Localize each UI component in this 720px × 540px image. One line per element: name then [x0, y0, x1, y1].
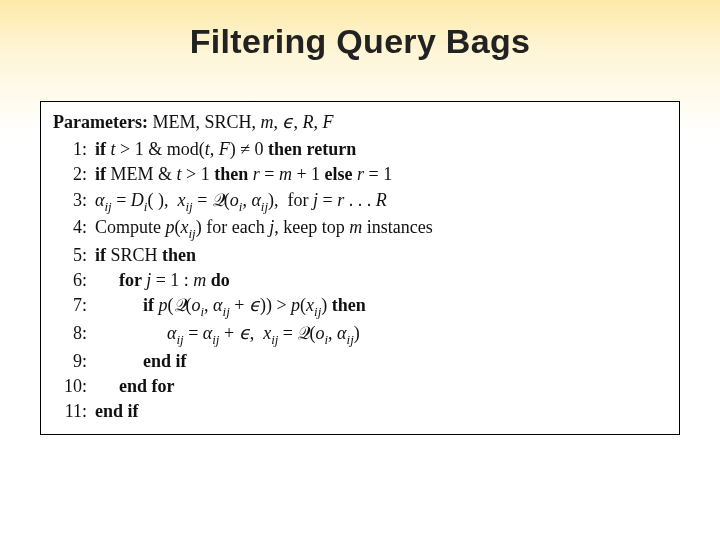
algo-line-8: 8: αij = αij + ϵ, xij = 𝒬(oi, αij) — [53, 321, 667, 349]
line-body: end if — [95, 349, 187, 374]
algo-line-11: 11: end if — [53, 399, 667, 424]
algo-line-7: 7: if p(𝒬(oi, αij + ϵ)) > p(xij) then — [53, 293, 667, 321]
line-body: Compute p(xij) for each j, keep top m in… — [95, 215, 433, 243]
algo-line-2: 2: if MEM & t > 1 then r = m + 1 else r … — [53, 162, 667, 187]
line-body: αij = Di( ), xij = 𝒬(oi, αij), for j = r… — [95, 188, 387, 216]
algo-line-9: 9: end if — [53, 349, 667, 374]
algo-line-1: 1: if t > 1 & mod(t, F) ≠ 0 then return — [53, 137, 667, 162]
line-number: 6: — [53, 268, 95, 293]
line-body: if t > 1 & mod(t, F) ≠ 0 then return — [95, 137, 356, 162]
algo-line-10: 10: end for — [53, 374, 667, 399]
parameters-label: Parameters: — [53, 112, 148, 132]
line-number: 7: — [53, 293, 95, 318]
line-body: if MEM & t > 1 then r = m + 1 else r = 1 — [95, 162, 392, 187]
line-number: 10: — [53, 374, 95, 399]
line-body: end for — [95, 374, 175, 399]
slide: Filtering Query Bags Parameters: MEM, SR… — [0, 0, 720, 540]
algo-line-4: 4: Compute p(xij) for each j, keep top m… — [53, 215, 667, 243]
line-number: 5: — [53, 243, 95, 268]
parameters-list: MEM, SRCH, m, ϵ, R, F — [152, 112, 333, 132]
line-number: 9: — [53, 349, 95, 374]
line-number: 11: — [53, 399, 95, 424]
line-body: for j = 1 : m do — [95, 268, 230, 293]
algorithm-box: Parameters: MEM, SRCH, m, ϵ, R, F 1: if … — [40, 101, 680, 435]
algo-line-3: 3: αij = Di( ), xij = 𝒬(oi, αij), for j … — [53, 188, 667, 216]
line-number: 1: — [53, 137, 95, 162]
parameters-line: Parameters: MEM, SRCH, m, ϵ, R, F — [53, 110, 667, 135]
line-number: 8: — [53, 321, 95, 346]
line-number: 4: — [53, 215, 95, 240]
algo-line-5: 5: if SRCH then — [53, 243, 667, 268]
line-number: 2: — [53, 162, 95, 187]
algo-line-6: 6: for j = 1 : m do — [53, 268, 667, 293]
line-body: end if — [95, 399, 139, 424]
line-number: 3: — [53, 188, 95, 213]
line-body: if SRCH then — [95, 243, 196, 268]
page-title: Filtering Query Bags — [0, 0, 720, 71]
line-body: αij = αij + ϵ, xij = 𝒬(oi, αij) — [95, 321, 360, 349]
line-body: if p(𝒬(oi, αij + ϵ)) > p(xij) then — [95, 293, 366, 321]
